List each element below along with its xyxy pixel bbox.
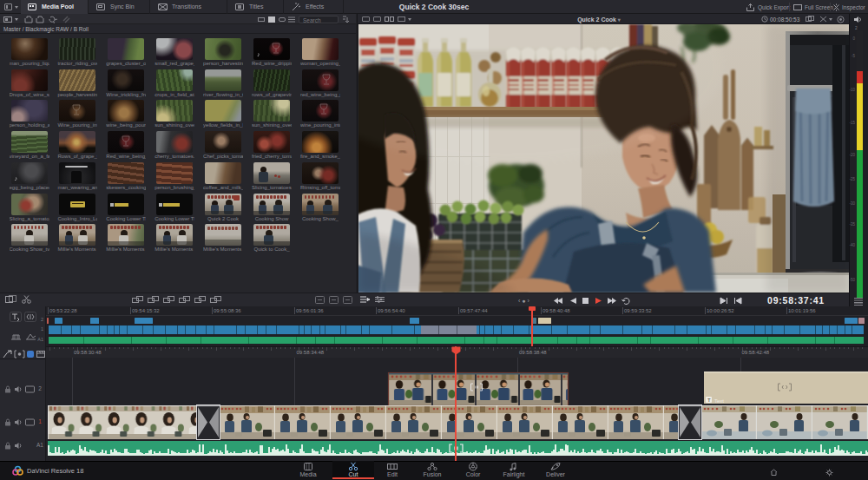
svg-text:Text: Text (714, 398, 724, 404)
svg-text:T: T (707, 398, 711, 403)
